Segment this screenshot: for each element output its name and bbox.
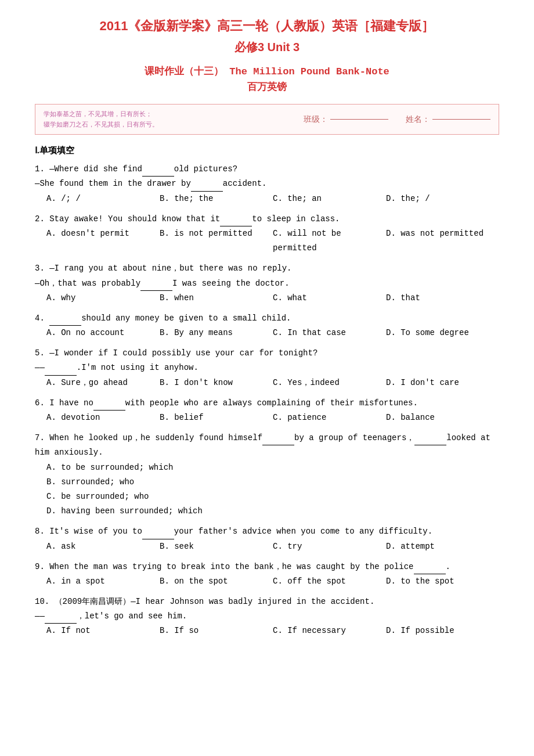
name-field: 姓名： <box>406 114 490 125</box>
q1-text: 1. —Where did she findold pictures? <box>35 162 499 177</box>
q5-opt-D: D. I don't care <box>386 376 499 390</box>
q7-opt-D: D. having been surrounded; which <box>46 504 499 519</box>
name-input-line <box>432 119 490 120</box>
q7-opt-B: B. surrounded; who <box>46 475 499 489</box>
q4-text: 4. should any money be given to a small … <box>35 311 499 326</box>
info-text-line2: 辍学如磨刀之石，不见其损，日有所亏。 <box>44 120 280 130</box>
q7-num: 7. <box>35 433 49 442</box>
question-6: 6. I have nowith people who are always c… <box>35 396 499 425</box>
q1-opt-D: D. the; / <box>386 192 499 206</box>
q5-num: 5. <box>35 348 49 358</box>
q10-opt-B: B. If so <box>160 624 273 638</box>
section1-title: Ⅰ.单项填空 <box>35 145 499 156</box>
q3-text2: —Oh，that was probablyI was seeing the do… <box>35 276 499 291</box>
q10-num: 10. <box>35 597 55 606</box>
name-label: 姓名： <box>406 114 430 125</box>
info-box-text: 学如泰基之苗，不见其增，日有所长； 辍学如磨刀之石，不见其损，日有所亏。 <box>44 109 280 129</box>
q6-opt-A: A. devotion <box>46 411 160 425</box>
q6-opt-C: C. patience <box>273 411 386 425</box>
q10-options: A. If notB. If soC. If necessaryD. If po… <box>46 624 499 638</box>
q7-opt-A: A. to be surrounded; which <box>46 460 499 475</box>
q1-options: A. /; /B. the; theC. the; anD. the; / <box>46 192 499 206</box>
question-3: 3. —I rang you at about nine，but there w… <box>35 261 499 305</box>
q9-num: 9. <box>35 562 49 571</box>
question-2: 2. Stay awake! You should know that itto… <box>35 212 499 256</box>
q6-opt-D: D. balance <box>386 411 499 425</box>
q9-opt-C: C. off the spot <box>273 574 386 589</box>
q5-options: A. Sure，go aheadB. I don't knowC. Yes，in… <box>46 376 499 390</box>
main-title: 2011《金版新学案》高三一轮（人教版）英语［福建专版］ <box>35 17 499 35</box>
q7-options: A. to be surrounded; whichB. surrounded;… <box>46 460 499 519</box>
info-box: 学如泰基之苗，不见其增，日有所长； 辍学如磨刀之石，不见其损，日有所亏。 班级：… <box>35 104 499 135</box>
question-4: 4. should any money be given to a small … <box>35 311 499 340</box>
q6-options: A. devotionB. beliefC. patienceD. balanc… <box>46 411 499 425</box>
q8-num: 8. <box>35 527 49 536</box>
q3-options: A. whyB. whenC. whatD. that <box>46 291 499 305</box>
q1-opt-A: A. /; / <box>46 192 160 206</box>
q2-opt-C: C. will not be permitted <box>273 226 386 255</box>
q4-opt-B: B. By any means <box>160 326 273 340</box>
q7-text: 7. When he looked up，he suddenly found h… <box>35 431 499 460</box>
q3-text: 3. —I rang you at about nine，but there w… <box>35 261 499 276</box>
q1-num: 1. <box>35 164 49 174</box>
q2-opt-A: A. doesn't permit <box>46 226 160 255</box>
q5-opt-B: B. I don't know <box>160 376 273 390</box>
info-text-line1: 学如泰基之苗，不见其增，日有所长； <box>44 109 280 120</box>
q2-opt-B: B. is not permitted <box>160 226 273 255</box>
q4-num: 4. <box>35 314 49 323</box>
class-field: 班级： <box>304 114 388 125</box>
question-8: 8. It's wise of you toyour father's advi… <box>35 524 499 553</box>
question-10: 10. （2009年南昌调研）—I hear Johnson was badly… <box>35 595 499 639</box>
q5-opt-C: C. Yes，indeed <box>273 376 386 390</box>
q3-opt-A: A. why <box>46 291 160 305</box>
q10-opt-D: D. If possible <box>386 624 499 638</box>
question-7: 7. When he looked up，he suddenly found h… <box>35 431 499 519</box>
sub-title: 必修3 Unit 3 <box>35 39 499 55</box>
q9-options: A. in a spotB. on the spotC. off the spo… <box>46 574 499 589</box>
q10-opt-C: C. If necessary <box>273 624 386 638</box>
q10-text2: ——，let's go and see him. <box>35 609 499 624</box>
class-input-line <box>330 119 388 120</box>
q8-opt-B: B. seek <box>160 539 273 554</box>
q9-opt-A: A. in a spot <box>46 574 160 589</box>
q5-text2: ——.I'm not using it anyhow. <box>35 361 499 375</box>
q4-options: A. On no accountB. By any meansC. In tha… <box>46 326 499 340</box>
info-fields: 班级： 姓名： <box>304 114 490 125</box>
q9-opt-B: B. on the spot <box>160 574 273 589</box>
q8-opt-D: D. attempt <box>386 539 499 554</box>
q9-opt-D: D. to the spot <box>386 574 499 589</box>
q1-opt-B: B. the; the <box>160 192 273 206</box>
q3-num: 3. <box>35 264 49 273</box>
q3-opt-C: C. what <box>273 291 386 305</box>
q8-options: A. askB. seekC. tryD. attempt <box>46 539 499 554</box>
q3-opt-B: B. when <box>160 291 273 305</box>
q2-num: 2. <box>35 214 49 224</box>
q10-opt-A: A. If not <box>46 624 160 638</box>
class-label: 班级： <box>304 114 328 125</box>
question-5: 5. —I wonder if I could possibly use you… <box>35 346 499 390</box>
q10-text: 10. （2009年南昌调研）—I hear Johnson was badly… <box>35 595 499 609</box>
lesson-title: 课时作业（十三） The Million Pound Bank-Note <box>35 64 499 78</box>
q2-text: 2. Stay awake! You should know that itto… <box>35 212 499 226</box>
q7-opt-C: C. be surrounded; who <box>46 489 499 504</box>
q5-opt-A: A. Sure，go ahead <box>46 376 160 390</box>
q6-num: 6. <box>35 398 49 408</box>
questions-container: 1. —Where did she findold pictures?—She … <box>35 162 499 638</box>
q6-opt-B: B. belief <box>160 411 273 425</box>
blank <box>262 445 294 445</box>
q8-opt-A: A. ask <box>46 539 160 554</box>
blank <box>414 445 446 445</box>
q2-options: A. doesn't permitB. is not permittedC. w… <box>46 226 499 255</box>
q1-opt-C: C. the; an <box>273 192 386 206</box>
q4-opt-D: D. To some degree <box>386 326 499 340</box>
lesson-subtitle: 百万英镑 <box>35 80 499 93</box>
q2-opt-D: D. was not permitted <box>386 226 499 255</box>
q4-opt-A: A. On no account <box>46 326 160 340</box>
q8-opt-C: C. try <box>273 539 386 554</box>
question-9: 9. When the man was trying to break into… <box>35 560 499 589</box>
q8-text: 8. It's wise of you toyour father's advi… <box>35 524 499 539</box>
q9-text: 9. When the man was trying to break into… <box>35 560 499 574</box>
q3-opt-D: D. that <box>386 291 499 305</box>
q6-text: 6. I have nowith people who are always c… <box>35 396 499 411</box>
q5-text: 5. —I wonder if I could possibly use you… <box>35 346 499 361</box>
